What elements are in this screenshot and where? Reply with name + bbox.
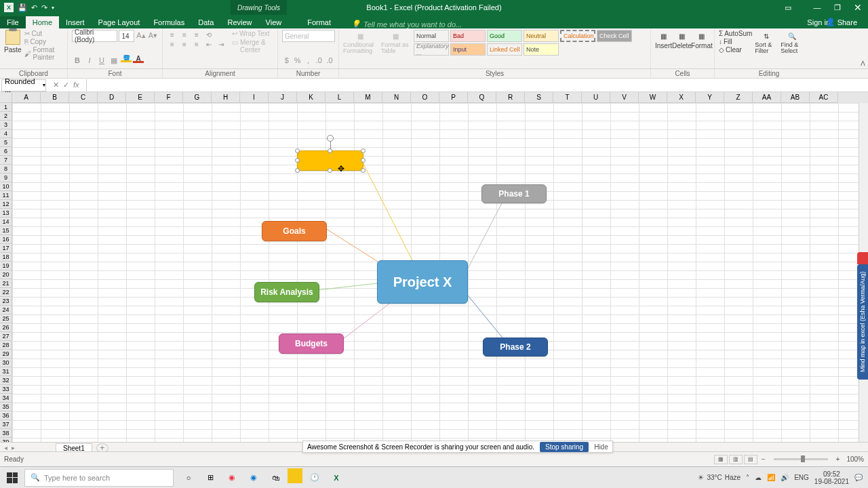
excel-taskbar-icon[interactable]: X xyxy=(327,468,346,487)
align-right-button[interactable]: ≡ xyxy=(191,39,202,49)
decrease-decimal-button[interactable]: .0 xyxy=(325,55,334,66)
selection-handles[interactable] xyxy=(298,151,363,170)
merge-center-button[interactable]: ▭Merge & Center xyxy=(232,39,273,54)
qat-customize-icon[interactable]: ▾ xyxy=(52,5,54,11)
side-tab[interactable]: Mind map in excel (Esha Verma/Aug) xyxy=(857,264,868,380)
share-button[interactable]: 👤Share xyxy=(819,16,864,28)
tab-review[interactable]: Review xyxy=(220,16,258,28)
wrap-text-button[interactable]: ↩Wrap Text xyxy=(232,30,273,37)
view-page-layout-button[interactable]: ▥ xyxy=(729,455,743,464)
style-linked-cell[interactable]: Linked Cell xyxy=(487,43,522,56)
delete-cells-button[interactable]: ▦Delete xyxy=(672,30,692,49)
style-input[interactable]: Input xyxy=(450,43,486,56)
worksheet-grid[interactable]: ABCDEFGHIJKLMNOPQRSTUVWXYZAAABAC 1234567… xyxy=(0,92,868,442)
fill-color-button[interactable]: 🪣 xyxy=(121,55,132,66)
chrome-icon[interactable]: ◉ xyxy=(222,468,241,487)
view-page-break-button[interactable]: ▤ xyxy=(744,455,757,464)
align-left-button[interactable]: ≡ xyxy=(167,39,178,49)
style-calculation[interactable]: Calculation xyxy=(560,30,595,42)
cancel-formula-icon[interactable]: ✕ xyxy=(53,81,59,89)
tell-me-input[interactable]: 💡Tell me what you want to do... xyxy=(351,20,462,28)
minimize-button[interactable]: — xyxy=(807,0,827,15)
font-size-combo[interactable]: 14 xyxy=(119,30,134,42)
name-box[interactable]: Rounded ...▾ xyxy=(1,79,46,92)
percent-button[interactable]: % xyxy=(293,55,302,66)
style-neutral[interactable]: Neutral xyxy=(524,30,559,42)
font-color-button[interactable]: A xyxy=(133,55,144,66)
increase-font-button[interactable]: A▴ xyxy=(136,30,146,41)
format-as-table-button[interactable]: ▦Format as Table xyxy=(381,30,410,56)
style-good[interactable]: Good xyxy=(487,30,522,42)
close-button[interactable]: ✕ xyxy=(848,0,868,15)
style-bad[interactable]: Bad xyxy=(450,30,486,42)
column-headers[interactable]: ABCDEFGHIJKLMNOPQRSTUVWXYZAAABAC xyxy=(12,92,868,103)
zoom-level[interactable]: 100% xyxy=(846,455,864,463)
formula-input[interactable] xyxy=(86,79,868,92)
tab-format[interactable]: Format xyxy=(300,16,338,28)
edge-icon[interactable]: ◉ xyxy=(244,468,263,487)
font-name-combo[interactable]: Calibri (Body) xyxy=(72,30,117,42)
border-button[interactable]: ▦ xyxy=(108,55,119,66)
underline-button[interactable]: U xyxy=(96,55,107,66)
tab-file[interactable]: File xyxy=(0,16,26,28)
comma-button[interactable]: , xyxy=(304,55,313,66)
clock-icon[interactable]: 🕐 xyxy=(305,468,324,487)
stop-sharing-button[interactable]: Stop sharing xyxy=(540,442,589,452)
weather-widget[interactable]: ☀ 33°C Haze xyxy=(698,474,741,481)
align-bottom-button[interactable]: ≡ xyxy=(191,30,202,39)
decrease-indent-button[interactable]: ⇤ xyxy=(203,39,214,49)
sheet-nav-first-icon[interactable]: ◂ xyxy=(0,444,12,451)
cortana-icon[interactable]: ○ xyxy=(179,468,198,487)
taskbar-search[interactable]: 🔍Type here to search xyxy=(24,469,174,487)
wifi-icon[interactable]: 📶 xyxy=(767,474,775,481)
row-headers[interactable]: 1234567891011121314151617181920212223242… xyxy=(0,103,12,447)
ribbon-display-options-icon[interactable]: ▭ xyxy=(783,3,793,12)
task-view-icon[interactable]: ⊞ xyxy=(201,468,220,487)
style-normal[interactable]: Normal xyxy=(414,30,449,42)
notes-icon[interactable] xyxy=(288,468,302,483)
style-note[interactable]: Note xyxy=(524,43,559,56)
bold-button[interactable]: B xyxy=(72,55,83,66)
onedrive-icon[interactable]: ☁ xyxy=(755,474,762,481)
find-select-button[interactable]: 🔍Find & Select xyxy=(781,30,804,54)
zoom-out-button[interactable]: − xyxy=(759,455,768,463)
align-center-button[interactable]: ≡ xyxy=(179,39,190,49)
decrease-font-button[interactable]: A▾ xyxy=(148,30,158,41)
format-painter-button[interactable]: 🖌Format Painter xyxy=(24,46,63,61)
autosum-button[interactable]: ΣAutoSum xyxy=(719,30,752,37)
tab-page-layout[interactable]: Page Layout xyxy=(92,16,147,28)
tab-data[interactable]: Data xyxy=(191,16,220,28)
fx-icon[interactable]: fx xyxy=(73,81,79,89)
select-all-button[interactable] xyxy=(0,92,12,103)
accounting-button[interactable]: $ xyxy=(282,55,292,66)
shape-phase-2[interactable]: Phase 2 xyxy=(483,338,548,357)
tab-insert[interactable]: Insert xyxy=(59,16,92,28)
shape-goals[interactable]: Goals xyxy=(262,221,327,241)
save-icon[interactable]: 💾 xyxy=(18,3,27,12)
format-cells-button[interactable]: ▦Format xyxy=(692,30,712,49)
cut-button[interactable]: ✂Cut xyxy=(24,30,63,37)
fill-button[interactable]: ↓Fill xyxy=(719,38,752,45)
italic-button[interactable]: I xyxy=(84,55,95,66)
orientation-button[interactable]: ⟲ xyxy=(203,30,214,39)
store-icon[interactable]: 🛍 xyxy=(266,468,285,487)
tab-formulas[interactable]: Formulas xyxy=(146,16,191,28)
clock-date[interactable]: 09:52 19-08-2021 xyxy=(814,470,849,485)
conditional-formatting-button[interactable]: ▦Conditional Formatting xyxy=(343,30,377,56)
tab-view[interactable]: View xyxy=(259,16,289,28)
tab-home[interactable]: Home xyxy=(26,16,59,28)
zoom-in-button[interactable]: + xyxy=(833,455,843,463)
volume-icon[interactable]: 🔊 xyxy=(781,474,789,481)
redo-icon[interactable]: ↷ xyxy=(41,3,47,12)
start-button[interactable] xyxy=(0,467,24,489)
paste-button[interactable]: Paste xyxy=(4,30,22,61)
shape-project-x[interactable]: Project X xyxy=(377,260,468,304)
notifications-icon[interactable]: 💬 xyxy=(854,474,863,481)
style-explanatory[interactable]: Explanatory ... xyxy=(414,43,449,56)
side-tab-record-icon[interactable] xyxy=(857,252,868,264)
style-check-cell[interactable]: Check Cell xyxy=(597,30,632,42)
shape-selected-yellow[interactable] xyxy=(297,150,363,171)
clear-button[interactable]: ◇Clear xyxy=(719,46,752,54)
restore-button[interactable]: ❐ xyxy=(827,0,848,15)
rotate-handle[interactable] xyxy=(327,135,334,142)
